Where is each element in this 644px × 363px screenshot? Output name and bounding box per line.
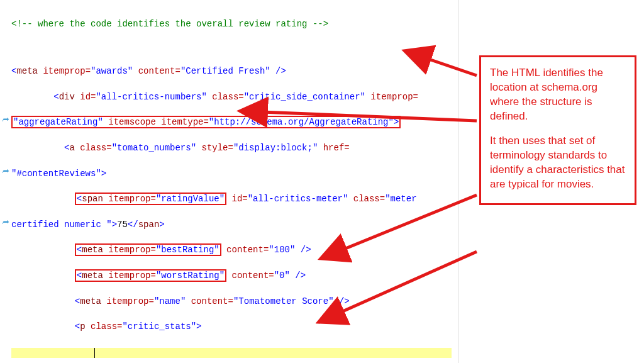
callout-paragraph-1: The HTML identifies the location at sche…	[490, 66, 626, 124]
text-caret	[94, 348, 95, 358]
vertical-divider	[458, 0, 458, 363]
highlight-best-rating: <meta itemprop="bestRating"	[75, 243, 221, 256]
callout-paragraph-2: It then uses that set of terminology sta…	[490, 134, 626, 192]
annotation-callout: The HTML identifies the location at sche…	[479, 55, 636, 205]
highlight-aggregate-rating: "aggregateRating" itemscope itemtype="ht…	[11, 116, 401, 128]
highlight-rating-value: <span itemprop="ratingValue"	[75, 193, 226, 205]
current-line-highlight	[11, 348, 452, 358]
comment-line: <!-- where the code identifies the overa…	[11, 19, 328, 29]
highlight-worst-rating: <meta itemprop="worstRating"	[75, 269, 226, 282]
code-block: <!-- where the code identifies the overa…	[11, 5, 452, 363]
